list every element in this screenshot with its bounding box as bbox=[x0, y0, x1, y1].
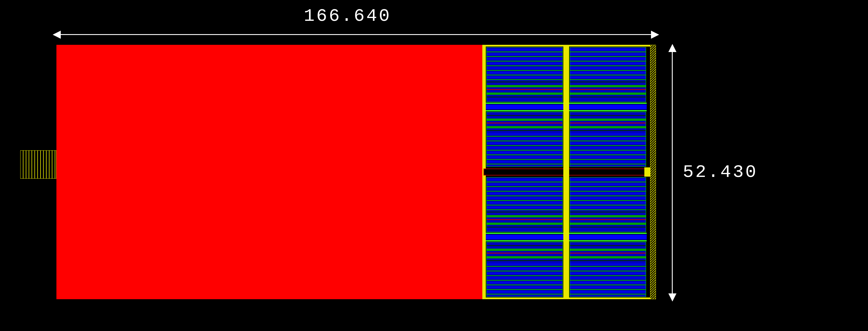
svg-rect-13 bbox=[650, 45, 656, 299]
port-pad bbox=[20, 150, 56, 179]
width-dimension-line bbox=[59, 34, 652, 35]
array-cell bbox=[486, 47, 563, 102]
metal-red-block bbox=[56, 45, 482, 299]
arrow-left-icon bbox=[53, 31, 61, 39]
array-cell bbox=[486, 242, 563, 297]
array-cell bbox=[486, 112, 563, 167]
diagonal-hatch-icon bbox=[650, 45, 656, 299]
col-divider-mid-top bbox=[563, 45, 569, 299]
height-dimension-line bbox=[672, 51, 673, 295]
arrow-right-icon bbox=[651, 31, 659, 39]
width-dimension-label: 166.640 bbox=[304, 6, 391, 26]
height-dimension-label: 52.430 bbox=[683, 162, 758, 183]
array-cell bbox=[570, 47, 646, 102]
right-yellow-rail bbox=[650, 45, 656, 299]
arrow-down-icon bbox=[669, 293, 677, 301]
array-cell bbox=[570, 242, 646, 297]
layout-canvas: 166.640 52.430 bbox=[0, 0, 868, 331]
svg-rect-0 bbox=[20, 150, 56, 179]
vertical-hatch-icon bbox=[20, 150, 56, 179]
mid-red-divider-cap bbox=[644, 167, 650, 177]
arrow-up-icon bbox=[669, 44, 677, 52]
array-cell bbox=[486, 177, 563, 232]
array-cell bbox=[570, 177, 646, 232]
cell-array bbox=[482, 45, 650, 299]
array-cell bbox=[570, 112, 646, 167]
